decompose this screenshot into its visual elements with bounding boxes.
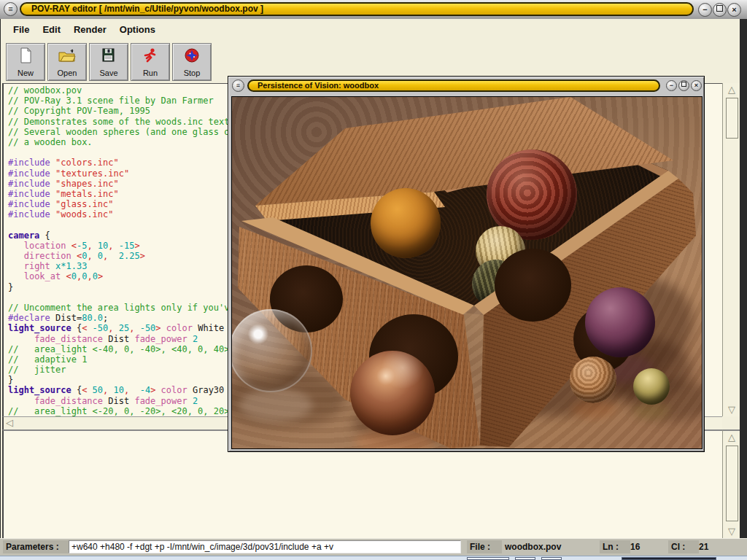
- render-window[interactable]: ≡ Persistence of Vision: woodbox − ×: [228, 76, 705, 452]
- open-folder-icon: [48, 44, 86, 69]
- window-border-right: [740, 19, 747, 538]
- minimize-button[interactable]: −: [698, 3, 712, 17]
- window-title: POV-RAY editor [ /mnt/win_c/Utile/pyvon/…: [20, 2, 694, 16]
- save-button[interactable]: Save: [89, 43, 128, 81]
- message-pane-vertical-scrollbar[interactable]: △ ▽: [722, 429, 740, 538]
- floor-reflection: [239, 389, 312, 421]
- toolbar-button-label: Open: [48, 69, 86, 77]
- glass-sphere: [231, 309, 312, 392]
- window-menu-icon[interactable]: ≡: [232, 79, 244, 92]
- column-value: 21: [699, 540, 708, 553]
- small-yellow-sphere: [633, 368, 670, 405]
- stop-button[interactable]: Stop: [172, 43, 212, 81]
- scrollbar-thumb[interactable]: [726, 446, 738, 521]
- taskbar-item: [541, 557, 562, 560]
- render-window-title: Persistence of Vision: woodbox: [247, 79, 660, 92]
- box-side-hole: [495, 249, 571, 322]
- toolbar-button-label: Run: [131, 69, 169, 77]
- close-button[interactable]: ×: [727, 3, 741, 17]
- line-label: Ln :: [600, 540, 630, 553]
- scroll-down-icon[interactable]: ▽: [725, 404, 738, 416]
- maximize-icon: [716, 5, 723, 12]
- save-floppy-icon: [90, 44, 128, 69]
- taskbar-item: [467, 557, 509, 560]
- scroll-up-icon[interactable]: △: [725, 84, 738, 96]
- stop-icon: [173, 44, 211, 69]
- scroll-up-icon[interactable]: △: [725, 432, 738, 443]
- amber-wood-sphere: [371, 188, 441, 258]
- parameters-input[interactable]: [69, 540, 461, 553]
- title-bar[interactable]: ≡ POV-RAY editor [ /mnt/win_c/Utile/pyvo…: [0, 0, 747, 20]
- scroll-left-icon[interactable]: ◁: [4, 417, 15, 429]
- toolbar-button-label: Stop: [173, 69, 211, 77]
- copper-sphere: [350, 351, 435, 435]
- menu-item-file[interactable]: File: [13, 19, 29, 35]
- floor-reflection: [633, 403, 670, 419]
- maximize-button[interactable]: [713, 3, 727, 17]
- status-bar: Parameters : File : woodbox.pov Ln : 16 …: [0, 538, 747, 556]
- column-label: Cl :: [668, 540, 699, 553]
- file-value: woodbox.pov: [505, 540, 561, 553]
- menu-item-edit[interactable]: Edit: [42, 19, 61, 35]
- toolbar-button-label: New: [7, 69, 44, 77]
- run-button[interactable]: Run: [131, 43, 170, 81]
- line-value: 16: [630, 540, 640, 553]
- scroll-down-icon[interactable]: ▽: [725, 526, 738, 537]
- close-button[interactable]: ×: [691, 80, 702, 91]
- window-menu-icon[interactable]: ≡: [4, 2, 18, 16]
- editor-vertical-scrollbar[interactable]: △ ▽: [722, 83, 740, 416]
- minimize-button[interactable]: −: [666, 80, 677, 91]
- new-button[interactable]: New: [6, 43, 45, 81]
- run-icon: [131, 44, 169, 69]
- taskbar-item: [515, 557, 535, 560]
- open-button[interactable]: Open: [47, 43, 87, 81]
- desktop-taskbar-strip: [0, 556, 747, 560]
- render-window-title-bar[interactable]: ≡ Persistence of Vision: woodbox − ×: [230, 79, 703, 94]
- render-image: [231, 96, 703, 449]
- menu-item-render[interactable]: Render: [74, 19, 107, 35]
- menu-item-options[interactable]: Options: [120, 19, 155, 35]
- window-border-left: [0, 19, 1, 538]
- maximize-icon: [681, 82, 686, 87]
- file-label: File :: [467, 540, 502, 553]
- oak-wood-sphere: [570, 357, 616, 403]
- new-document-icon: [7, 44, 44, 69]
- scrollbar-thumb[interactable]: [726, 98, 738, 139]
- parameters-label: Parameters :: [3, 540, 70, 553]
- maximize-button[interactable]: [678, 80, 689, 91]
- purple-wood-sphere: [585, 287, 655, 357]
- menu-bar: FileEditRenderOptions: [0, 19, 747, 42]
- toolbar-button-label: Save: [90, 69, 128, 77]
- pov-ray-editor-app: { "window": { "title": "POV-RAY editor […: [0, 0, 747, 560]
- taskbar-item: [622, 557, 716, 560]
